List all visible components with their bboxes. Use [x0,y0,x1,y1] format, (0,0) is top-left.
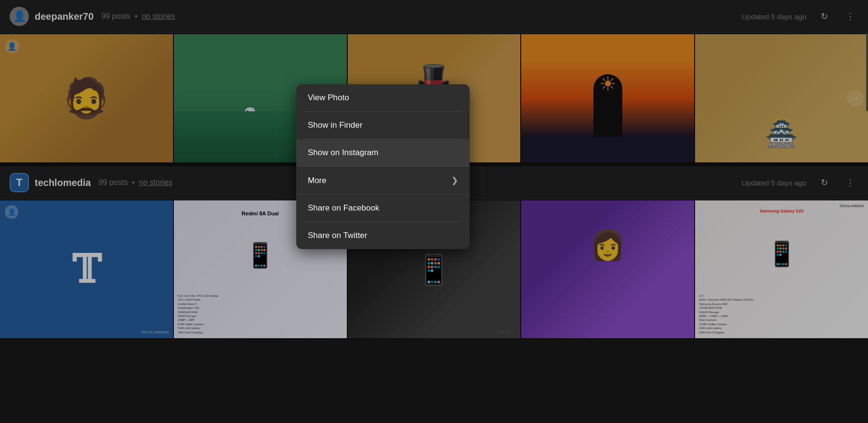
context-menu-show-instagram[interactable]: Show on Instagram [296,139,470,166]
bphoto-cell-1[interactable]: 👤 𝕋 TECHLOMEDIA [0,200,173,338]
account1-meta: 99 posts • no stories [101,12,175,21]
context-menu-share-facebook[interactable]: Share on Facebook [296,195,470,222]
share-twitter-label: Share on Twitter [308,231,367,240]
photo1-user-icon: 👤 [5,39,19,53]
share-facebook-label: Share on Facebook [308,203,379,213]
context-menu-view-photo[interactable]: View Photo [296,84,470,111]
arrow-right2-icon: → [852,265,859,274]
account2-avatar: T [10,173,29,192]
account2-updated: Updated 5 days ago [742,179,806,187]
account1-right: Updated 5 days ago ↻ ⋮ [742,8,858,25]
photos1-scroll-right[interactable]: → [847,90,864,107]
refresh2-icon: ↻ [821,177,828,188]
account2-name: techlomedia [35,177,91,188]
bphoto-cell-5[interactable]: TECHLOMEDIA Samsung Galaxy S20 📱 6.2" QH… [695,200,868,338]
account2-meta: 99 posts • no stories [99,178,172,187]
account1-avatar: 👤 [10,7,29,26]
account2-posts: 99 posts [99,178,128,186]
bphoto1-user-icon: 👤 [5,205,18,219]
photo-cell-4[interactable]: ☀ [521,34,694,162]
view-photo-label: View Photo [308,93,349,103]
photo-cell-1[interactable]: 👤 🧔 [0,34,173,162]
context-menu-share-twitter[interactable]: Share on Twitter [296,222,470,249]
account2-stories[interactable]: no stories [139,178,172,186]
show-finder-label: Show in Finder [308,120,362,130]
account1-posts: 99 posts [101,12,130,20]
context-menu-more[interactable]: More ❯ [296,167,470,194]
photos2-scroll-right[interactable]: → [847,261,864,278]
account1-stories[interactable]: no stories [142,12,175,20]
show-instagram-label: Show on Instagram [308,148,378,158]
account1-more-btn[interactable]: ⋮ [842,8,858,25]
context-menu: View Photo Show in Finder Show on Instag… [296,84,470,249]
more-chevron-icon: ❯ [451,175,458,185]
account2-more-btn[interactable]: ⋮ [842,174,858,191]
account1-updated: Updated 5 days ago [742,13,806,21]
account2-avatar-letter: T [16,176,22,189]
more-label: More [308,176,327,185]
account2-right: Updated 5 days ago ↻ ⋮ [742,174,858,191]
photos1-scrollbar[interactable] [866,33,868,111]
context-menu-show-finder[interactable]: Show in Finder [296,112,470,139]
arrow-right-icon: → [852,94,859,103]
photo-cell-5[interactable]: 🏯 [695,34,868,162]
more2-icon: ⋮ [846,177,855,188]
account2-refresh-btn[interactable]: ↻ [816,174,832,191]
account1-name: deepanker70 [35,11,93,22]
bphoto-cell-4[interactable]: 👩 [521,200,694,338]
account1-refresh-btn[interactable]: ↻ [816,8,832,25]
refresh-icon: ↻ [821,11,828,22]
account1-header: 👤 deepanker70 99 posts • no stories Upda… [0,0,868,33]
techlomedia-logo-t: 𝕋 [72,247,101,292]
more-icon: ⋮ [846,11,855,22]
